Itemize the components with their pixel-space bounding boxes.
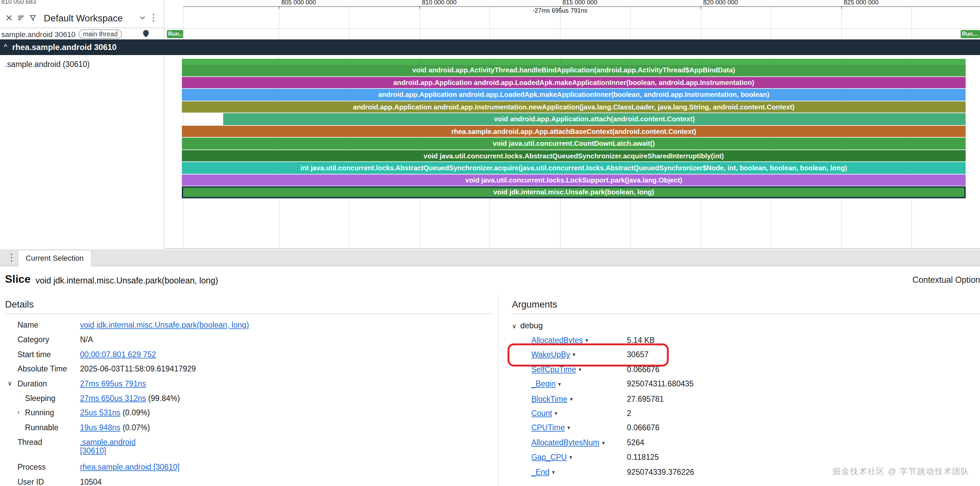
flame-slice[interactable]: android.app.Application android.app.Load…: [182, 77, 966, 88]
details-text: (99.84%): [146, 394, 180, 403]
argument-value: 925074311.680435: [627, 379, 694, 389]
details-link[interactable]: 27ms 650us 312ns: [80, 394, 146, 403]
argument-value: 2: [627, 409, 632, 418]
chevron-down-icon[interactable]: ▾: [570, 454, 572, 460]
argument-key: _Begin▾: [531, 379, 561, 389]
details-tab-bar: ⋮ Current Selection: [0, 249, 980, 266]
slice-name-title: void jdk.internal.misc.Unsafe.park(boole…: [36, 276, 218, 285]
flame-slice[interactable]: rhea.sample.android.app.App.attachBaseCo…: [182, 126, 966, 137]
argument-key-link[interactable]: Count: [531, 409, 552, 418]
flame-slice[interactable]: void java.util.concurrent.locks.LockSupp…: [182, 174, 966, 186]
argument-row: AllocatedBytes▾5.14 KB: [499, 333, 980, 348]
chevron-down-icon[interactable]: ∨: [8, 379, 12, 386]
flame-slice[interactable]: android.app.Application android.app.Inst…: [182, 101, 966, 113]
thread-track-header[interactable]: sample.android 30610 main thread: [0, 29, 164, 40]
argument-key-link[interactable]: _Begin: [531, 379, 555, 389]
argument-key-link[interactable]: SelfCpuTime: [531, 365, 576, 374]
filter-icon[interactable]: [29, 14, 37, 22]
argument-key-link[interactable]: AllocatedBytesNum: [531, 438, 600, 447]
argument-row: Gap_CPU▾0.118125: [499, 450, 980, 465]
argument-key-link[interactable]: WakeUpBy: [531, 351, 570, 359]
perfetto-trace-viewer: 805 000 000810 000 000815 000 000820 000…: [0, 0, 980, 486]
details-value: 10504: [80, 478, 102, 486]
chevron-down-icon[interactable]: ▾: [585, 337, 588, 343]
flame-slice[interactable]: [182, 59, 966, 64]
flame-slice[interactable]: void android.app.Application.attach(andr…: [223, 113, 966, 125]
argument-key-link[interactable]: AllocatedBytes: [531, 336, 583, 345]
details-header: Details: [5, 299, 33, 310]
workspace-menu-icon[interactable]: ⋮: [146, 13, 161, 22]
argument-key-link[interactable]: BlockTime: [531, 394, 567, 403]
details-label: User ID: [18, 478, 44, 486]
flame-slice[interactable]: android.app.Application android.app.Load…: [182, 89, 966, 100]
main-thread-badge: main thread: [78, 29, 122, 39]
tab-current-selection[interactable]: Current Selection: [18, 249, 92, 266]
argument-key: _End▾: [531, 468, 555, 476]
details-label: Name: [18, 321, 38, 330]
details-row: Processrhea.sample.android [30610]: [0, 461, 498, 475]
overview-timestamp: 810 050 683: [2, 0, 36, 5]
argument-value: 5264: [627, 438, 644, 447]
chevron-down-icon[interactable]: ▾: [573, 352, 575, 358]
workspace-selector[interactable]: Default Workspace: [44, 12, 123, 23]
pin-icon[interactable]: [142, 29, 150, 37]
details-link[interactable]: 19us 948ns: [80, 423, 120, 432]
argument-key-link[interactable]: _End: [531, 468, 549, 476]
details-link[interactable]: .sample.android: [80, 438, 135, 447]
details-label: Thread: [18, 438, 43, 447]
timeline-region: 805 000 000810 000 000815 000 000820 000…: [0, 0, 980, 249]
argument-value: 0.066676: [627, 424, 660, 433]
slice-track-label[interactable]: .sample.android (30610): [5, 60, 90, 69]
thread-state-running-slice[interactable]: Run…: [167, 30, 183, 38]
chevron-right-icon[interactable]: ›: [18, 408, 20, 415]
details-value: void jdk.internal.misc.Unsafe.park(boole…: [80, 321, 249, 330]
chevron-down-icon[interactable]: [138, 14, 146, 21]
details-row: User ID10504: [0, 475, 498, 486]
details-header-rule: [5, 313, 492, 314]
chevron-down-icon[interactable]: ▾: [558, 381, 561, 387]
flame-slice[interactable]: void java.util.concurrent.CountDownLatch…: [182, 138, 966, 149]
process-group-header[interactable]: ^ rhea.sample.android 30610: [0, 40, 980, 55]
clear-icon[interactable]: [5, 14, 13, 22]
details-panel: ⋮ Current Selection Slice void jdk.inter…: [0, 249, 980, 486]
details-link[interactable]: rhea.sample.android [30610]: [80, 463, 180, 472]
chevron-down-icon[interactable]: ▾: [602, 440, 605, 446]
chevron-down-icon[interactable]: ▾: [568, 425, 570, 431]
workspace-toolbar: Default Workspace ⋮: [0, 8, 164, 28]
details-row: Absolute Time2025-06-03T11:58:09.6194179…: [0, 362, 498, 377]
argument-row: Count▾2: [499, 406, 980, 421]
flame-slice[interactable]: void java.util.concurrent.locks.Abstract…: [182, 150, 966, 161]
details-row: Runnable19us 948ns (0.07%): [0, 421, 498, 435]
argument-key-link[interactable]: CPUTime: [531, 424, 565, 433]
flame-slice[interactable]: void android.app.ActivityThread.handleBi…: [182, 65, 966, 76]
argument-row: SelfCpuTime▾0.066676: [499, 363, 980, 377]
panel-menu-icon[interactable]: ⋮: [5, 253, 19, 262]
contextual-options-button[interactable]: Contextual Options: [912, 275, 980, 285]
argument-value: 925074339.376226: [627, 468, 694, 476]
details-link[interactable]: 25us 531ns: [80, 408, 120, 417]
details-link[interactable]: 27ms 695us 791ns: [80, 379, 146, 388]
slice-title-row: Slice void jdk.internal.misc.Unsafe.park…: [0, 266, 980, 293]
details-label: Start time: [18, 350, 51, 359]
details-label: Runnable: [25, 423, 59, 432]
debug-arg-group[interactable]: ∨debug: [512, 321, 542, 330]
chevron-down-icon[interactable]: ▾: [579, 366, 581, 373]
details-link[interactable]: [30610]: [80, 446, 106, 456]
debug-group-label: debug: [520, 321, 543, 330]
flame-slice[interactable]: int java.util.concurrent.locks.AbstractQ…: [182, 162, 966, 174]
watermark: 掘金技术社区 @ 字节跳动技术团队: [832, 466, 970, 477]
details-link[interactable]: void jdk.internal.misc.Unsafe.park(boole…: [80, 321, 249, 330]
collapse-caret-icon[interactable]: ^: [4, 42, 7, 51]
chevron-down-icon[interactable]: ∨: [512, 323, 516, 330]
details-text: 10504: [80, 478, 102, 486]
chevron-down-icon[interactable]: ▾: [570, 395, 573, 402]
argument-key-link[interactable]: Gap_CPU: [531, 453, 567, 462]
chevron-down-icon[interactable]: ▾: [555, 410, 557, 416]
sort-tracks-icon[interactable]: [17, 14, 25, 22]
details-link[interactable]: 00:00:07.801 629 752: [80, 350, 156, 359]
details-value: N/A: [80, 335, 93, 344]
slice-kind-title: Slice: [5, 272, 30, 286]
flame-slice[interactable]: void jdk.internal.misc.Unsafe.park(boole…: [182, 186, 966, 199]
thread-state-running-slice[interactable]: Run…: [961, 30, 980, 38]
chevron-down-icon[interactable]: ▾: [552, 468, 555, 475]
